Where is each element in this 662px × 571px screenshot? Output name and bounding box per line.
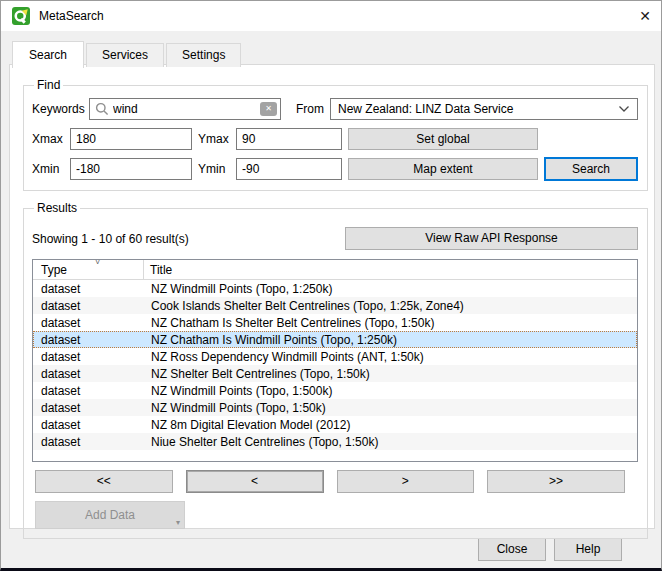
xmax-label: Xmax — [32, 132, 64, 146]
add-data-button[interactable]: Add Data ▾ — [35, 501, 185, 529]
ymin-input[interactable] — [236, 158, 342, 180]
tab-services[interactable]: Services — [86, 43, 164, 67]
results-table-header: Type ˅ Title — [33, 260, 637, 280]
search-icon — [95, 102, 109, 116]
view-raw-api-response-button[interactable]: View Raw API Response — [345, 227, 638, 250]
metasearch-dialog: MetaSearch ✕ Search Services Settings Fi… — [0, 0, 662, 571]
xmax-input[interactable] — [70, 128, 192, 150]
table-row[interactable]: dataset Cook Islands Shelter Belt Centre… — [33, 297, 637, 314]
keywords-label: Keywords — [32, 102, 89, 116]
dropdown-arrow-icon: ▾ — [176, 519, 180, 527]
results-legend: Results — [34, 201, 80, 215]
search-tab-panel: Find Keywords ✕ From New Zealand: LINZ D — [9, 64, 655, 529]
keywords-input[interactable] — [109, 102, 260, 116]
column-header-type[interactable]: Type ˅ — [33, 260, 144, 279]
pagination-bar: << < > >> — [35, 470, 625, 493]
qgis-logo-icon — [12, 7, 30, 25]
table-row[interactable]: dataset NZ Windmill Points (Topo, 1:250k… — [33, 280, 637, 297]
xmin-input[interactable] — [70, 158, 192, 180]
results-count-text: Showing 1 - 10 of 60 result(s) — [32, 232, 189, 246]
results-table: Type ˅ Title dataset NZ Windmill Points … — [32, 259, 638, 462]
help-button[interactable]: Help — [554, 538, 622, 561]
ymax-label: Ymax — [198, 132, 230, 146]
find-groupbox: Find Keywords ✕ From New Zealand: LINZ D — [23, 78, 648, 191]
tab-bar: Search Services Settings — [12, 41, 243, 67]
previous-page-button[interactable]: < — [186, 470, 324, 493]
title-bar: MetaSearch ✕ — [1, 1, 661, 31]
next-page-button[interactable]: > — [337, 470, 475, 493]
table-row[interactable]: dataset NZ Shelter Belt Centrelines (Top… — [33, 365, 637, 382]
ymax-input[interactable] — [236, 128, 342, 150]
tab-settings[interactable]: Settings — [166, 43, 241, 67]
sort-indicator-icon: ˅ — [95, 259, 100, 267]
ymin-label: Ymin — [198, 162, 230, 176]
from-label: From — [296, 102, 324, 116]
table-row[interactable]: dataset NZ Windmill Points (Topo, 1:500k… — [33, 382, 637, 399]
set-global-button[interactable]: Set global — [348, 128, 538, 150]
clear-search-icon[interactable]: ✕ — [260, 102, 277, 116]
table-row[interactable]: dataset NZ Ross Dependency Windmill Poin… — [33, 348, 637, 365]
map-extent-button[interactable]: Map extent — [348, 158, 538, 180]
keywords-input-wrap: ✕ — [89, 98, 281, 120]
table-row-selected[interactable]: dataset NZ Chatham Is Windmill Points (T… — [33, 331, 637, 348]
chevron-down-icon — [618, 105, 630, 113]
close-window-icon[interactable]: ✕ — [623, 8, 651, 24]
from-selected-value: New Zealand: LINZ Data Service — [338, 102, 618, 116]
search-button[interactable]: Search — [544, 157, 638, 181]
first-page-button[interactable]: << — [35, 470, 173, 493]
from-dropdown[interactable]: New Zealand: LINZ Data Service — [330, 98, 638, 120]
tab-search[interactable]: Search — [12, 41, 84, 68]
column-header-title[interactable]: Title — [144, 263, 172, 277]
window-title: MetaSearch — [39, 9, 104, 23]
table-row[interactable]: dataset Niue Shelter Belt Centrelines (T… — [33, 433, 637, 450]
table-row[interactable]: dataset NZ Windmill Points (Topo, 1:50k) — [33, 399, 637, 416]
close-button[interactable]: Close — [478, 538, 546, 561]
table-row[interactable]: dataset NZ 8m Digital Elevation Model (2… — [33, 416, 637, 433]
find-legend: Find — [34, 78, 63, 92]
results-groupbox: Results Showing 1 - 10 of 60 result(s) V… — [23, 201, 648, 539]
table-row[interactable]: dataset NZ Chatham Is Shelter Belt Centr… — [33, 314, 637, 331]
last-page-button[interactable]: >> — [487, 470, 625, 493]
xmin-label: Xmin — [32, 162, 64, 176]
